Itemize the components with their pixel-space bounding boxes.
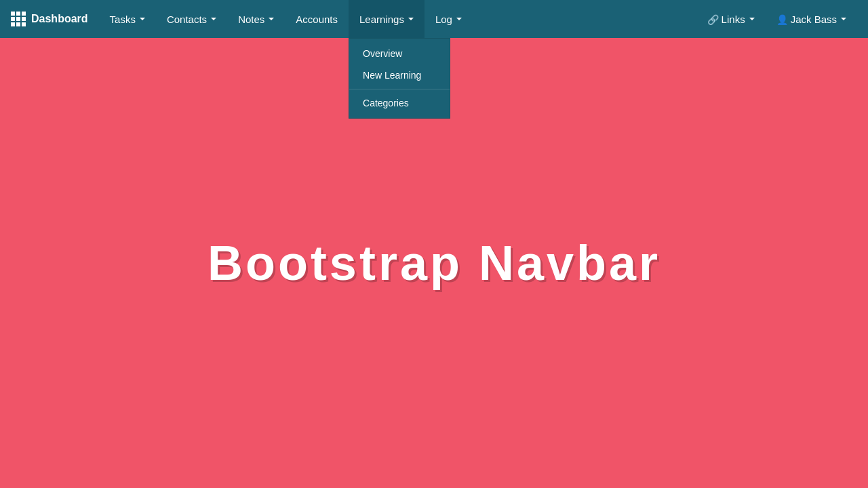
user-caret-icon (841, 18, 846, 20)
tasks-label: Tasks (110, 14, 136, 25)
notes-caret-icon (269, 18, 274, 20)
nav-link-accounts[interactable]: Accounts (285, 0, 349, 38)
nav-link-notes[interactable]: Notes (227, 0, 285, 38)
dropdown-item-overview: Overview (349, 43, 450, 64)
navbar: Dashboard Tasks Contacts Notes Accounts (0, 0, 868, 38)
link-icon (707, 14, 719, 25)
contacts-caret-icon (211, 18, 216, 20)
page-title: Bootstrap Navbar (208, 235, 660, 291)
grid-icon (11, 12, 26, 26)
nav-link-contacts[interactable]: Contacts (156, 0, 227, 38)
brand-label: Dashboard (31, 13, 88, 25)
nav-item-user: Jack Bass (766, 0, 857, 38)
nav-item-accounts: Accounts (285, 0, 349, 38)
dropdown-link-new-learning[interactable]: New Learning (349, 64, 450, 86)
nav-item-tasks: Tasks (99, 0, 156, 38)
learnings-dropdown: Overview New Learning Categories (349, 38, 450, 119)
notes-label: Notes (238, 14, 264, 25)
nav-link-user[interactable]: Jack Bass (766, 0, 857, 38)
nav-item-log: Log (425, 0, 473, 38)
log-caret-icon (456, 18, 462, 20)
tasks-caret-icon (140, 18, 145, 20)
nav-item-learnings: Learnings Overview New Learning Categori… (349, 0, 425, 38)
nav-item-notes: Notes (227, 0, 285, 38)
nav-link-log[interactable]: Log (425, 0, 473, 38)
brand-link[interactable]: Dashboard (11, 12, 88, 26)
links-label: Links (722, 14, 745, 25)
links-caret-icon (749, 18, 755, 20)
user-icon (776, 14, 788, 25)
nav-items: Tasks Contacts Notes Accounts Learnings (99, 0, 696, 38)
contacts-label: Contacts (167, 14, 207, 25)
log-label: Log (435, 14, 452, 25)
dropdown-link-overview[interactable]: Overview (349, 43, 450, 64)
dropdown-item-categories: Categories (349, 92, 450, 114)
learnings-label: Learnings (359, 14, 404, 25)
dropdown-link-categories[interactable]: Categories (349, 92, 450, 114)
nav-link-links[interactable]: Links (696, 0, 766, 38)
learnings-caret-icon (408, 18, 414, 20)
nav-link-tasks[interactable]: Tasks (99, 0, 156, 38)
nav-link-learnings[interactable]: Learnings (349, 0, 425, 38)
dropdown-item-new-learning: New Learning (349, 64, 450, 86)
nav-item-links: Links (696, 0, 766, 38)
accounts-label: Accounts (296, 14, 338, 25)
nav-right: Links Jack Bass (696, 0, 857, 38)
dropdown-divider (349, 89, 450, 89)
user-label: Jack Bass (791, 14, 837, 25)
nav-item-contacts: Contacts (156, 0, 227, 38)
